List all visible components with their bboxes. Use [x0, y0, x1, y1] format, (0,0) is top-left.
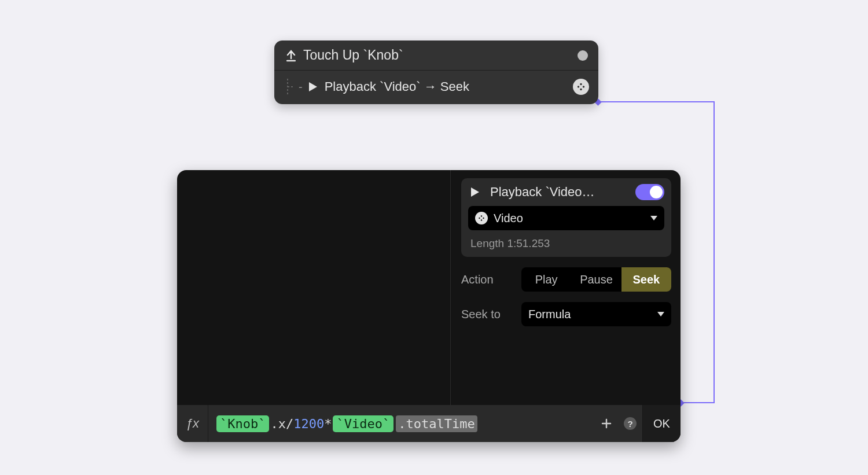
editor-panel: Playback `Video… Video Length 1:51.253 A…: [177, 170, 681, 442]
chevron-down-icon: [657, 312, 664, 316]
svg-point-9: [479, 218, 480, 219]
chevron-down-icon: [650, 216, 657, 220]
status-dot-icon: [578, 50, 588, 61]
formula-token-ref[interactable]: `Knob`: [216, 415, 269, 432]
svg-point-11: [481, 219, 482, 220]
formula-token-ref[interactable]: `Video`: [333, 415, 393, 432]
formula-token-prop[interactable]: .totalTime: [396, 415, 477, 432]
formula-token-op[interactable]: *: [324, 417, 332, 431]
inspector-pane: Playback `Video… Video Length 1:51.253 A…: [450, 170, 681, 405]
trigger-header-row[interactable]: Touch Up `Knob`: [274, 40, 598, 71]
svg-point-10: [483, 218, 484, 219]
trigger-child-label: Playback `Video` → Seek: [325, 79, 573, 94]
inspector-header-block: Playback `Video… Video Length 1:51.253: [461, 178, 671, 257]
svg-point-5: [583, 86, 584, 87]
enabled-toggle[interactable]: [635, 184, 664, 200]
svg-point-3: [580, 83, 582, 85]
plus-icon[interactable]: [597, 414, 616, 433]
action-option-seek[interactable]: Seek: [621, 267, 671, 292]
formula-token-number[interactable]: 1200: [293, 417, 324, 431]
editor-canvas[interactable]: [177, 170, 450, 405]
svg-point-6: [580, 89, 582, 90]
trigger-title: Touch Up `Knob`: [303, 47, 578, 63]
help-icon[interactable]: ?: [624, 417, 637, 430]
ok-button[interactable]: OK: [642, 405, 681, 442]
film-reel-icon: [475, 212, 488, 224]
film-reel-icon: [573, 79, 589, 95]
inspector-title: Playback `Video…: [490, 185, 635, 200]
arrow-up-icon: [282, 49, 300, 62]
svg-point-8: [481, 215, 482, 216]
target-select[interactable]: Video: [468, 206, 664, 230]
formula-token-op[interactable]: /: [286, 417, 293, 431]
action-row: Action Play Pause Seek: [461, 267, 671, 292]
target-select-value: Video: [494, 212, 650, 225]
action-label: Action: [461, 273, 521, 286]
seekto-value: Formula: [528, 308, 657, 321]
formula-bar: ƒx `Knob`.x/1200*`Video`.totalTime ? OK: [177, 405, 681, 442]
fx-icon: ƒx: [177, 405, 208, 442]
seekto-row: Seek to Formula: [461, 302, 671, 326]
formula-input[interactable]: `Knob`.x/1200*`Video`.totalTime: [208, 405, 597, 442]
length-label: Length 1:51.253: [468, 237, 664, 250]
action-option-play[interactable]: Play: [521, 267, 571, 292]
svg-point-4: [578, 86, 579, 87]
seekto-label: Seek to: [461, 308, 521, 321]
trigger-child-row[interactable]: - Playback `Video` → Seek: [274, 71, 598, 104]
formula-token-prop[interactable]: .x: [270, 417, 286, 431]
action-segmented: Play Pause Seek: [521, 267, 671, 292]
bullet-dash: -: [299, 80, 303, 94]
play-icon: [306, 82, 320, 92]
trigger-card[interactable]: Touch Up `Knob` - Playback `Video` → See…: [274, 40, 598, 104]
seekto-select[interactable]: Formula: [521, 302, 671, 326]
tree-branch-icon: [282, 78, 299, 96]
action-option-pause[interactable]: Pause: [571, 267, 621, 292]
play-icon: [468, 187, 482, 197]
